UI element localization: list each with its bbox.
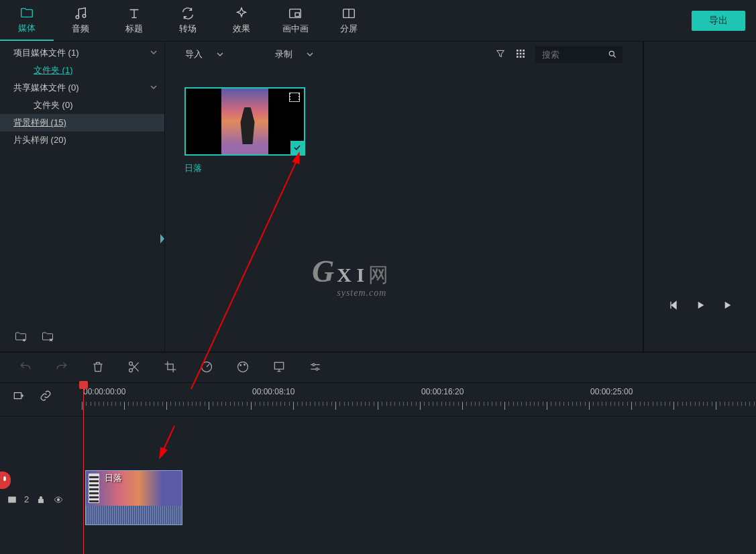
dropdown-label: 导入	[185, 48, 203, 60]
svg-point-21	[316, 368, 318, 370]
grip-icon	[160, 234, 164, 243]
chevron-down-icon	[150, 83, 158, 93]
record-dropdown[interactable]: 录制	[275, 48, 314, 60]
next-frame-button[interactable]	[722, 300, 733, 313]
redo-button[interactable]	[55, 360, 68, 376]
tab-label: 效果	[233, 23, 250, 35]
filter-button[interactable]	[495, 48, 506, 61]
track-number: 2	[24, 494, 29, 504]
svg-rect-7	[523, 50, 525, 52]
svg-point-18	[238, 362, 248, 372]
svg-point-0	[76, 15, 79, 19]
used-check-icon	[290, 141, 304, 154]
prev-frame-button[interactable]	[668, 300, 679, 313]
screen-icon	[272, 360, 286, 374]
track-controls: 2	[7, 494, 64, 504]
grid-icon	[515, 48, 526, 59]
mute-indicator[interactable]	[0, 472, 11, 489]
sidebar-item-bg-samples[interactable]: 背景样例 (15)	[0, 114, 164, 131]
sidebar-label: 片头样例 (20)	[13, 134, 66, 146]
timeline-ruler[interactable]: 00:00:00:00 00:00:08:10 00:00:16:20 00:0…	[82, 383, 756, 416]
text-icon	[127, 6, 142, 21]
sidebar-item-opening-samples[interactable]: 片头样例 (20)	[0, 131, 164, 149]
film-strip-icon	[7, 495, 17, 504]
folder-icon	[19, 5, 34, 20]
add-marker-button[interactable]	[12, 390, 25, 404]
timeline-body: 2 日落	[0, 416, 756, 554]
adjust-button[interactable]	[309, 360, 322, 376]
top-tab-bar: 媒体 音频 标题 转场 效果 画中画 分屏 导出	[0, 0, 756, 42]
speed-button[interactable]	[200, 360, 213, 376]
sidebar-item-shared-media[interactable]: 共享媒体文件 (0)	[0, 79, 164, 97]
import-dropdown[interactable]: 导入	[185, 48, 224, 60]
sliders-icon	[309, 360, 322, 374]
clip-filmstrip-icon	[89, 474, 99, 503]
tab-effects[interactable]: 效果	[215, 0, 268, 41]
thumbnail-image	[221, 89, 268, 154]
play-button[interactable]	[695, 300, 706, 313]
svg-point-15	[129, 368, 133, 372]
clip-audio-track	[86, 506, 182, 524]
dropdown-label: 录制	[275, 48, 292, 60]
trash-icon	[91, 360, 105, 374]
crop-button[interactable]	[164, 360, 177, 376]
timeline-header: 00:00:00:00 00:00:08:10 00:00:16:20 00:0…	[0, 382, 756, 416]
undo-button[interactable]	[19, 360, 32, 376]
timeline-clip[interactable]: 日落	[85, 470, 182, 525]
sidebar-label: 文件夹 (0)	[34, 99, 73, 111]
crop-icon	[164, 360, 177, 374]
thumbnail-label: 日落	[184, 162, 202, 174]
edit-toolbar	[0, 351, 756, 382]
link-button[interactable]	[39, 390, 52, 404]
sidebar-item-folder-0[interactable]: 文件夹 (0)	[0, 97, 164, 114]
playhead[interactable]	[83, 383, 84, 554]
cut-button[interactable]	[127, 360, 141, 376]
svg-rect-11	[517, 56, 519, 58]
panel-resize-handle[interactable]	[160, 233, 165, 245]
mic-off-icon	[0, 476, 9, 485]
color-button[interactable]	[236, 360, 250, 376]
tab-split[interactable]: 分屏	[322, 0, 376, 41]
search-icon	[608, 50, 617, 59]
grid-view-button[interactable]	[515, 48, 526, 61]
svg-rect-5	[517, 50, 519, 52]
time-label: 00:00:25:00	[590, 387, 633, 396]
tab-label: 音频	[72, 23, 89, 35]
sidebar-item-project-media[interactable]: 项目媒体文件 (1)	[0, 44, 164, 62]
svg-rect-22	[14, 393, 21, 399]
svg-rect-13	[523, 56, 525, 58]
svg-rect-6	[520, 50, 522, 52]
media-toolbar: 导入 录制	[165, 42, 643, 67]
split-icon	[341, 6, 356, 21]
sidebar-label: 背景样例 (15)	[13, 117, 66, 129]
tab-label: 媒体	[18, 22, 36, 34]
export-button[interactable]: 导出	[692, 11, 745, 31]
svg-point-14	[609, 51, 614, 56]
new-folder-button[interactable]	[13, 329, 28, 345]
eye-icon[interactable]	[53, 495, 64, 504]
tab-title[interactable]: 标题	[107, 0, 161, 41]
delete-folder-button[interactable]	[40, 329, 55, 345]
search-wrap	[535, 46, 623, 63]
lock-icon[interactable]	[36, 495, 46, 504]
sidebar-item-folder-1[interactable]: 文件夹 (1)	[0, 62, 164, 79]
tab-media[interactable]: 媒体	[0, 0, 54, 41]
time-label: 00:00:00:00	[83, 387, 125, 396]
add-track-icon	[12, 390, 25, 402]
delete-button[interactable]	[91, 360, 105, 376]
green-screen-button[interactable]	[272, 360, 286, 376]
svg-rect-10	[523, 52, 525, 54]
sidebar-label: 项目媒体文件 (1)	[13, 47, 79, 59]
svg-point-1	[83, 14, 86, 17]
filter-icon	[495, 48, 506, 59]
clip-video-track: 日落	[86, 471, 182, 506]
tab-audio[interactable]: 音频	[54, 0, 107, 41]
play-icon	[695, 300, 706, 311]
svg-rect-9	[520, 52, 522, 54]
media-thumbnail[interactable]	[184, 87, 305, 156]
time-label: 00:00:08:10	[252, 387, 294, 396]
chevron-down-icon	[150, 48, 158, 58]
tab-pip[interactable]: 画中画	[268, 0, 322, 41]
tab-label: 标题	[125, 23, 143, 35]
tab-transition[interactable]: 转场	[161, 0, 215, 41]
